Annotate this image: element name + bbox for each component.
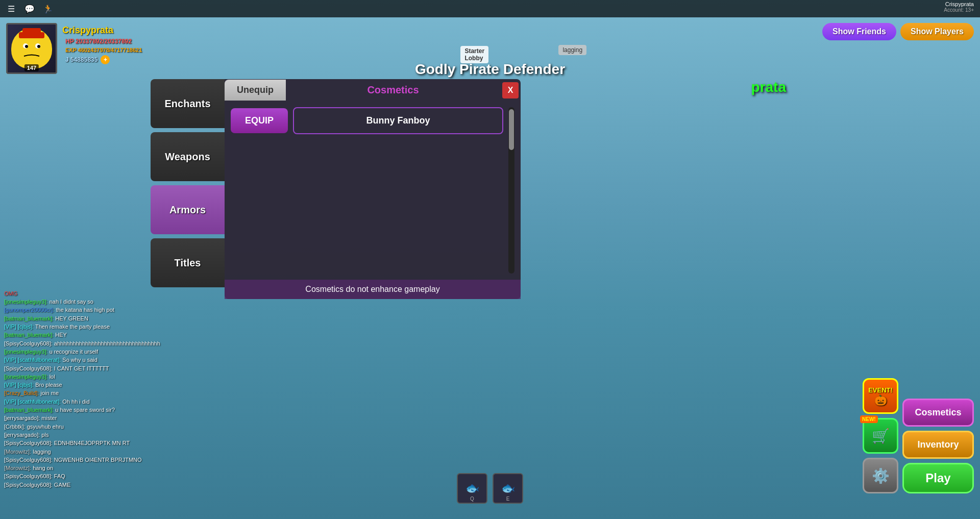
dialog-tabs: Unequip Cosmetics X bbox=[225, 79, 521, 101]
cosmetics-side-button[interactable]: Cosmetics bbox=[902, 399, 974, 427]
hp-bar: HP 20337892/20337892 bbox=[62, 38, 142, 45]
menu-icon[interactable]: ☰ bbox=[6, 4, 16, 14]
cosmetics-panel: Enchants Weapons Armors Titles Unequip C… bbox=[151, 79, 521, 299]
exp-value: EXP 4602437978/4717718621 bbox=[65, 47, 142, 53]
starter-lobby-label: Starter Lobby bbox=[460, 46, 488, 63]
scrollbar-thumb[interactable] bbox=[509, 109, 514, 150]
shop-button[interactable]: NEW! 🛒 bbox=[863, 418, 898, 454]
play-label: Play bbox=[925, 471, 950, 485]
chat-icon[interactable]: 💬 bbox=[24, 4, 35, 14]
player-name: Crispyprata bbox=[62, 25, 142, 36]
svg-point-3 bbox=[25, 45, 28, 48]
list-item: [SpisyCoolguy608]: ahhhhhhhhhhhhhhhhhhhh… bbox=[4, 340, 198, 347]
j-value: J 54885835 bbox=[65, 56, 97, 63]
j-plus-button[interactable]: + bbox=[101, 55, 110, 64]
settings-icon: ⚙️ bbox=[872, 467, 890, 484]
titles-nav-button[interactable]: Titles bbox=[151, 238, 225, 287]
list-item: [jonesimpleguy3]: nah I didnt say so bbox=[4, 298, 198, 305]
svg-point-4 bbox=[37, 45, 40, 48]
svg-rect-6 bbox=[22, 28, 41, 34]
godly-text: Godly Pirate Defender bbox=[415, 61, 565, 78]
list-item: [batman_bluemark]: HEY bbox=[4, 331, 198, 338]
inventory-label: Inventory bbox=[917, 439, 959, 450]
left-nav: Enchants Weapons Armors Titles bbox=[151, 79, 225, 299]
prata-text: prata bbox=[751, 79, 786, 95]
inventory-button[interactable]: Inventory bbox=[902, 431, 974, 459]
list-item: [jonesimpleguy3]: lol bbox=[4, 373, 198, 380]
quick-slots: 🐟 Q 🐟 E bbox=[457, 473, 523, 504]
event-button[interactable]: EVENT! 🎃 bbox=[863, 378, 898, 414]
close-button[interactable]: X bbox=[502, 82, 519, 98]
item-name-button[interactable]: Bunny Fanboy bbox=[293, 107, 503, 134]
armors-label: Armors bbox=[169, 204, 206, 216]
hp-value: HP 20337892/20337892 bbox=[65, 38, 132, 45]
exp-bar: EXP 4602437978/4717718621 bbox=[62, 47, 142, 53]
list-item: [VIP] [cjbjs]: Bro please bbox=[4, 381, 198, 388]
slot-e-icon: 🐟 bbox=[501, 482, 515, 495]
list-item: [Crbbtk]: gsyuvhub ehru bbox=[4, 423, 198, 430]
list-item: [VIP] [scathfulbonerat]: So why u said bbox=[4, 356, 198, 363]
shop-icon: 🛒 bbox=[872, 428, 890, 444]
top-bar: ☰ 💬 🏃 Crispyprata Account: 13+ bbox=[0, 0, 980, 17]
dialog-content: EQUIP Bunny Fanboy bbox=[225, 101, 521, 280]
avatar-level: 147 bbox=[24, 64, 39, 71]
list-item: [batman_bluemark]: HEY GREEN bbox=[4, 315, 198, 322]
player-avatar: 147 bbox=[6, 23, 57, 74]
account-name: Crispyprata bbox=[944, 1, 974, 7]
quick-slot-e[interactable]: 🐟 E bbox=[493, 473, 523, 504]
weapons-label: Weapons bbox=[165, 151, 210, 163]
settings-button[interactable]: ⚙️ bbox=[863, 458, 898, 493]
list-item: [jonesimpleguy3]: u recognize it urself bbox=[4, 348, 198, 355]
list-item: [SpisyCoolguy608]: NGWENHB OI4ENTR BPRJT… bbox=[4, 456, 198, 463]
list-item: [SpisyCoolguy608]: EDNHBN4EJOPRPTK MN RT bbox=[4, 439, 198, 447]
cosmetics-side-label: Cosmetics bbox=[915, 407, 961, 418]
slot-e-key: E bbox=[506, 496, 510, 502]
titles-label: Titles bbox=[175, 257, 201, 269]
list-item: [SpisyCoolguy608]: GAME bbox=[4, 481, 198, 488]
new-badge: NEW! bbox=[860, 415, 878, 423]
lagging-text: lagging bbox=[558, 45, 586, 55]
list-item: [VIP] [scathfulbonerat]: Oh hh i did bbox=[4, 398, 198, 405]
enchants-label: Enchants bbox=[164, 98, 210, 110]
list-item: [SpisyCoolguy608]: I CANT GET ITTTTTT bbox=[4, 365, 198, 372]
avatar-image bbox=[11, 28, 52, 69]
slot-q-key: Q bbox=[470, 496, 474, 502]
scrollbar[interactable] bbox=[508, 107, 514, 274]
player-stats: Crispyprata HP 20337892/20337892 EXP 460… bbox=[62, 23, 142, 64]
cosmetics-tab[interactable]: Cosmetics bbox=[286, 79, 500, 101]
show-players-button[interactable]: Show Players bbox=[900, 23, 974, 40]
quick-slot-q[interactable]: 🐟 Q bbox=[457, 473, 487, 504]
unequip-tab[interactable]: Unequip bbox=[225, 80, 286, 101]
chat-box: OMG [jonesimpleguy3]: nah I didnt say so… bbox=[4, 290, 198, 488]
event-icon: 🎃 bbox=[874, 394, 887, 406]
character-icon[interactable]: 🏃 bbox=[43, 4, 53, 14]
main-dialog: Unequip Cosmetics X EQUIP Bunny Fanboy C… bbox=[225, 79, 521, 299]
list-item: [Morowitz]: hang on bbox=[4, 464, 198, 472]
list-item: [VIP] [cjbjs]: Then remake the party ple… bbox=[4, 323, 198, 330]
cosmetics-notice: Cosmetics do not enhance gameplay bbox=[225, 280, 521, 299]
slot-q-icon: 🐟 bbox=[465, 482, 479, 495]
weapons-nav-button[interactable]: Weapons bbox=[151, 132, 225, 181]
account-info: Crispyprata Account: 13+ bbox=[944, 1, 974, 13]
play-button[interactable]: Play bbox=[902, 463, 974, 493]
list-item: [jerrysargado]: pls bbox=[4, 431, 198, 438]
list-item: [batman_bluemark]: u have spare sword si… bbox=[4, 406, 198, 413]
event-label: EVENT! bbox=[868, 386, 893, 394]
j-bar: J 54885835 + bbox=[62, 55, 142, 64]
player-hud: 147 Crispyprata HP 20337892/20337892 EXP… bbox=[6, 23, 142, 74]
equip-row: EQUIP Bunny Fanboy bbox=[231, 107, 503, 134]
list-item: [Crazy_Build]: join me bbox=[4, 389, 198, 397]
top-right-buttons: Show Friends Show Players bbox=[822, 23, 974, 40]
equip-button[interactable]: EQUIP bbox=[231, 108, 288, 133]
list-item: [gunomper20000cr]: the katana has high p… bbox=[4, 306, 198, 313]
empty-list-area bbox=[231, 138, 503, 274]
account-label: Account: 13+ bbox=[944, 7, 974, 13]
armors-nav-button[interactable]: Armors bbox=[151, 185, 225, 234]
right-side-buttons: EVENT! 🎃 NEW! 🛒 ⚙️ Cosmetics Inventory P… bbox=[863, 378, 974, 493]
show-friends-button[interactable]: Show Friends bbox=[822, 23, 896, 40]
list-item: [jerrysargado]: mister bbox=[4, 414, 198, 422]
list-item: [SpisyCoolguy608]: FAQ bbox=[4, 473, 198, 480]
enchants-nav-button[interactable]: Enchants bbox=[151, 79, 225, 128]
item-list: EQUIP Bunny Fanboy bbox=[231, 107, 503, 274]
list-item: [Morowitz]: lagging bbox=[4, 448, 198, 455]
